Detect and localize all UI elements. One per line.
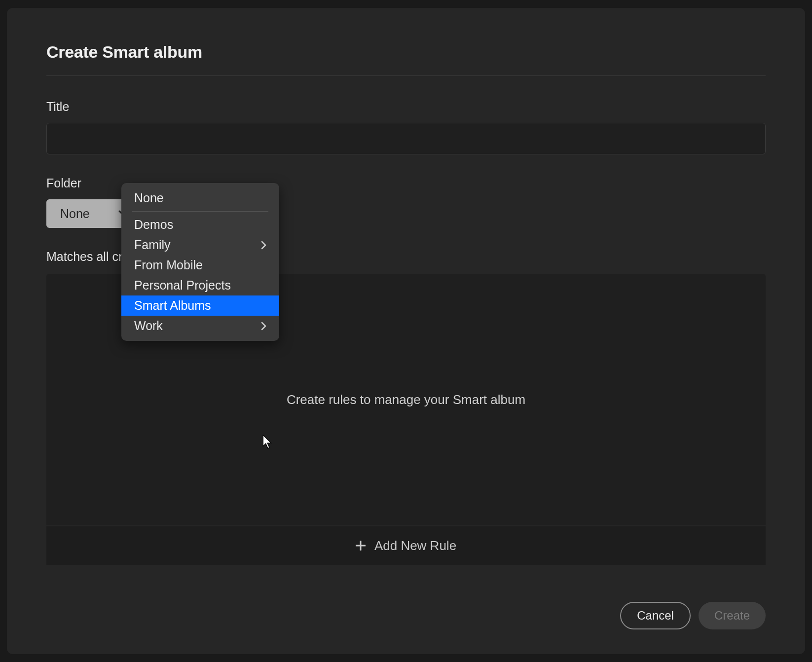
- plus-icon: [356, 541, 366, 551]
- dropdown-item-label: Family: [134, 238, 171, 252]
- dialog-footer: Cancel Create: [620, 602, 766, 629]
- chevron-right-icon: [261, 322, 266, 331]
- dropdown-item-label: None: [134, 191, 164, 205]
- folder-select-value: None: [60, 207, 90, 221]
- rules-placeholder: Create rules to manage your Smart album: [287, 392, 525, 407]
- dropdown-item-from-mobile[interactable]: From Mobile: [121, 255, 279, 275]
- chevron-right-icon: [261, 241, 266, 250]
- folder-dropdown-menu: NoneDemosFamilyFrom MobilePersonal Proje…: [121, 183, 279, 341]
- dropdown-item-label: Work: [134, 319, 163, 333]
- add-rule-button[interactable]: Add New Rule: [46, 526, 766, 565]
- add-rule-label: Add New Rule: [374, 538, 456, 553]
- dropdown-item-demos[interactable]: Demos: [121, 215, 279, 235]
- create-button[interactable]: Create: [699, 602, 766, 629]
- title-input[interactable]: [46, 123, 766, 154]
- dropdown-item-none[interactable]: None: [121, 188, 279, 208]
- dropdown-item-family[interactable]: Family: [121, 235, 279, 255]
- dropdown-item-work[interactable]: Work: [121, 316, 279, 336]
- dropdown-item-label: Personal Projects: [134, 278, 231, 293]
- dropdown-divider: [132, 211, 268, 212]
- title-label: Title: [46, 100, 766, 114]
- form-section: Title Folder None NoneDemosFamilyFrom Mo…: [46, 100, 766, 565]
- folder-field: Folder None NoneDemosFamilyFrom MobilePe…: [46, 176, 766, 228]
- dropdown-item-label: From Mobile: [134, 258, 203, 272]
- dropdown-item-label: Demos: [134, 218, 173, 232]
- create-smart-album-dialog: Create Smart album Title Folder None Non…: [7, 8, 805, 654]
- dropdown-item-personal-projects[interactable]: Personal Projects: [121, 275, 279, 295]
- cancel-button[interactable]: Cancel: [620, 602, 691, 629]
- dialog-title: Create Smart album: [46, 42, 766, 76]
- dropdown-item-label: Smart Albums: [134, 298, 211, 313]
- dropdown-item-smart-albums[interactable]: Smart Albums: [121, 295, 279, 316]
